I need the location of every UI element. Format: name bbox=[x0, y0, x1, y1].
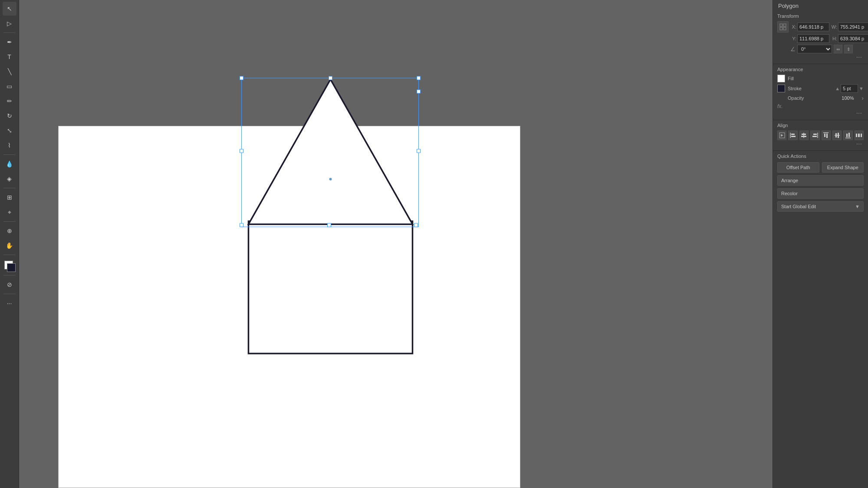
tool-artboard[interactable]: ⊞ bbox=[3, 190, 16, 204]
opacity-expand-btn[interactable]: › bbox=[861, 95, 864, 102]
align-bottom-btn[interactable] bbox=[843, 131, 852, 140]
quick-actions-row1: Offset Path Expand Shape bbox=[777, 162, 864, 173]
h-field: H: bbox=[831, 34, 868, 43]
canvas-area[interactable] bbox=[19, 0, 773, 488]
stroke-up-icon[interactable]: ▲ bbox=[835, 86, 840, 91]
fill-swatch[interactable] bbox=[777, 75, 785, 82]
svg-rect-6 bbox=[417, 76, 421, 80]
align-top-btn[interactable] bbox=[822, 131, 831, 140]
appearance-title: Appearance bbox=[777, 67, 864, 72]
tool-eyedropper[interactable]: 💧 bbox=[3, 157, 16, 171]
h-label: H: bbox=[831, 36, 837, 41]
quick-actions-title: Quick Actions bbox=[777, 154, 864, 159]
tool-direct-select[interactable]: ▷ bbox=[3, 16, 16, 30]
align-more[interactable]: ··· bbox=[777, 140, 864, 148]
appearance-section: Appearance Fill Stroke ▲ ▼ Opacity 100% … bbox=[773, 64, 868, 120]
opacity-label: Opacity bbox=[788, 95, 839, 101]
appearance-more[interactable]: ··· bbox=[777, 109, 864, 117]
transform-grid-icon[interactable] bbox=[777, 21, 789, 33]
fx-row: fx. bbox=[777, 103, 864, 109]
separator-6 bbox=[3, 275, 16, 275]
flip-v-btn[interactable]: ⇕ bbox=[844, 45, 853, 53]
recolor-button[interactable]: Recolor bbox=[777, 188, 864, 199]
svg-rect-30 bbox=[826, 134, 828, 138]
separator-5 bbox=[3, 255, 16, 255]
svg-rect-4 bbox=[240, 76, 243, 80]
tool-more[interactable]: ··· bbox=[3, 296, 16, 310]
tool-paintbrush[interactable]: ✏ bbox=[3, 94, 16, 108]
fx-label[interactable]: fx. bbox=[777, 103, 783, 109]
svg-rect-26 bbox=[813, 134, 817, 135]
tool-warp[interactable]: ⌇ bbox=[3, 138, 16, 152]
svg-rect-38 bbox=[858, 134, 860, 137]
svg-rect-32 bbox=[835, 133, 837, 138]
arrange-button[interactable]: Arrange bbox=[777, 175, 864, 186]
x-field: X: bbox=[790, 23, 829, 31]
svg-rect-35 bbox=[846, 134, 848, 137]
svg-rect-27 bbox=[812, 136, 817, 137]
svg-rect-23 bbox=[802, 134, 806, 135]
tool-blend[interactable]: ◈ bbox=[3, 172, 16, 186]
svg-marker-18 bbox=[781, 134, 783, 137]
fill-row: Fill bbox=[777, 75, 864, 82]
tool-type[interactable]: T bbox=[3, 50, 16, 64]
align-left-btn[interactable] bbox=[788, 131, 797, 140]
separator-2 bbox=[3, 154, 16, 155]
tool-line[interactable]: ╲ bbox=[3, 65, 16, 79]
tool-pen[interactable]: ✒ bbox=[3, 35, 16, 49]
align-dropdown[interactable] bbox=[777, 131, 786, 140]
svg-rect-21 bbox=[791, 136, 796, 137]
svg-rect-36 bbox=[848, 133, 850, 137]
fill-label: Fill bbox=[788, 76, 864, 81]
polygon-label: Polygon bbox=[773, 0, 868, 11]
x-input[interactable] bbox=[797, 23, 829, 31]
expand-shape-button[interactable]: Expand Shape bbox=[822, 162, 864, 173]
align-section: Align bbox=[773, 120, 868, 151]
tool-slice[interactable]: ⌖ bbox=[3, 205, 16, 219]
chevron-down-icon: ▼ bbox=[855, 204, 860, 209]
align-title: Align bbox=[777, 123, 864, 128]
align-center-v-btn[interactable] bbox=[832, 131, 842, 140]
opacity-row: Opacity 100% › bbox=[777, 95, 864, 102]
right-panel: Polygon Transform X: W: bbox=[773, 0, 868, 488]
flip-h-btn[interactable]: ⇔ bbox=[834, 45, 842, 53]
tool-rotate[interactable]: ↻ bbox=[3, 109, 16, 123]
distribute-btn[interactable] bbox=[855, 131, 864, 140]
h-input[interactable] bbox=[838, 34, 868, 43]
tool-select[interactable]: ↖ bbox=[3, 2, 16, 16]
stroke-swatch[interactable] bbox=[777, 85, 785, 92]
w-input[interactable] bbox=[838, 23, 868, 31]
align-center-h-btn[interactable] bbox=[799, 131, 809, 140]
transform-more[interactable]: ··· bbox=[777, 53, 864, 61]
start-global-edit-button[interactable]: Start Global Edit ▼ bbox=[777, 201, 864, 212]
tool-scale[interactable]: ⤡ bbox=[3, 124, 16, 138]
angle-select[interactable]: 0° 90° 180° 270° bbox=[797, 45, 832, 53]
color-boxes[interactable] bbox=[3, 259, 16, 273]
svg-rect-20 bbox=[791, 134, 795, 135]
offset-path-button[interactable]: Offset Path bbox=[777, 162, 819, 173]
separator-1 bbox=[3, 33, 16, 33]
quick-actions-section: Quick Actions Offset Path Expand Shape A… bbox=[773, 151, 868, 217]
tool-zoom[interactable]: ⊕ bbox=[3, 224, 16, 238]
svg-rect-16 bbox=[783, 27, 786, 30]
separator-3 bbox=[3, 188, 16, 188]
tool-hand[interactable]: ✋ bbox=[3, 239, 16, 252]
svg-rect-37 bbox=[856, 134, 857, 137]
x-label: X: bbox=[790, 24, 796, 29]
svg-rect-13 bbox=[780, 24, 783, 26]
y-input[interactable] bbox=[797, 34, 829, 43]
foreground-color-box[interactable] bbox=[7, 263, 16, 272]
svg-rect-5 bbox=[329, 76, 332, 80]
stroke-down-icon[interactable]: ▼ bbox=[859, 86, 864, 91]
align-right-btn[interactable] bbox=[810, 131, 819, 140]
white-canvas bbox=[58, 126, 520, 488]
svg-rect-7 bbox=[417, 90, 421, 93]
y-label: Y: bbox=[790, 36, 796, 41]
stroke-input[interactable] bbox=[841, 84, 858, 93]
opacity-value: 100% bbox=[842, 95, 859, 101]
tool-rect[interactable]: ▭ bbox=[3, 79, 16, 93]
separator-7 bbox=[3, 294, 16, 294]
svg-rect-39 bbox=[861, 134, 862, 137]
tool-fill-none[interactable]: ⊘ bbox=[3, 278, 16, 291]
svg-rect-14 bbox=[783, 24, 786, 26]
